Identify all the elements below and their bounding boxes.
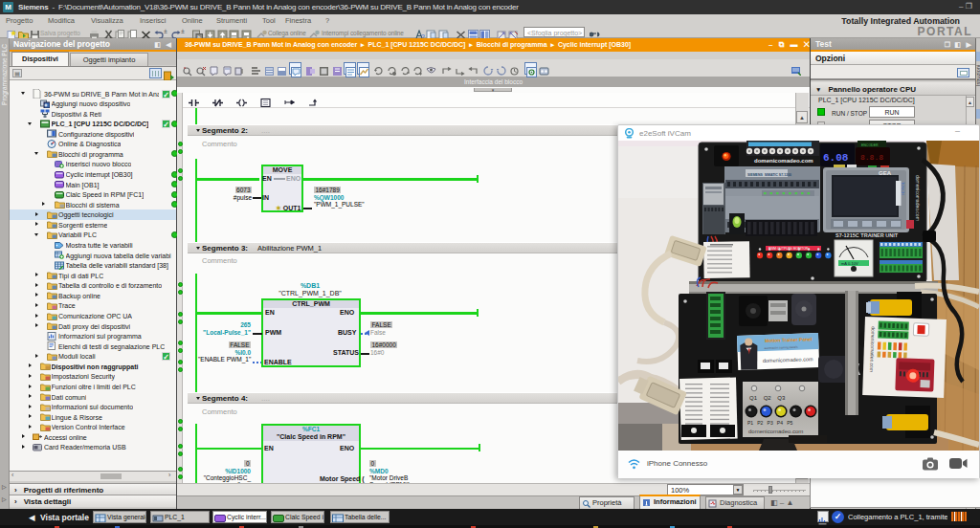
svg-text:domenicomadeo.com: domenicomadeo.com	[748, 429, 803, 434]
svg-text:6.08: 6.08	[823, 152, 849, 164]
svg-text:domenicomadeo.com: domenicomadeo.com	[915, 175, 921, 221]
svg-text:mA 0-10V: mA 0-10V	[841, 261, 858, 266]
svg-text:GEA: GEA	[879, 170, 892, 176]
svg-text:Q1 Q2 Q3: Q1 Q2 Q3	[749, 395, 786, 401]
svg-text:ENCODER: ENCODER	[861, 143, 879, 147]
svg-text:8.8.8: 8.8.8	[860, 153, 883, 162]
svg-text:TOUCH: TOUCH	[901, 182, 905, 195]
svg-text:P1 P2 P3 P4 P5: P1 P2 P3 P4 P5	[747, 420, 792, 426]
svg-text:domenicomadeo.com: domenicomadeo.com	[754, 158, 813, 164]
svg-text:SIEMENS SIMATIC S7-1200: SIEMENS SIMATIC S7-1200	[747, 173, 791, 177]
svg-text:S7-1215C TRAINER UNIT: S7-1215C TRAINER UNIT	[835, 232, 899, 238]
